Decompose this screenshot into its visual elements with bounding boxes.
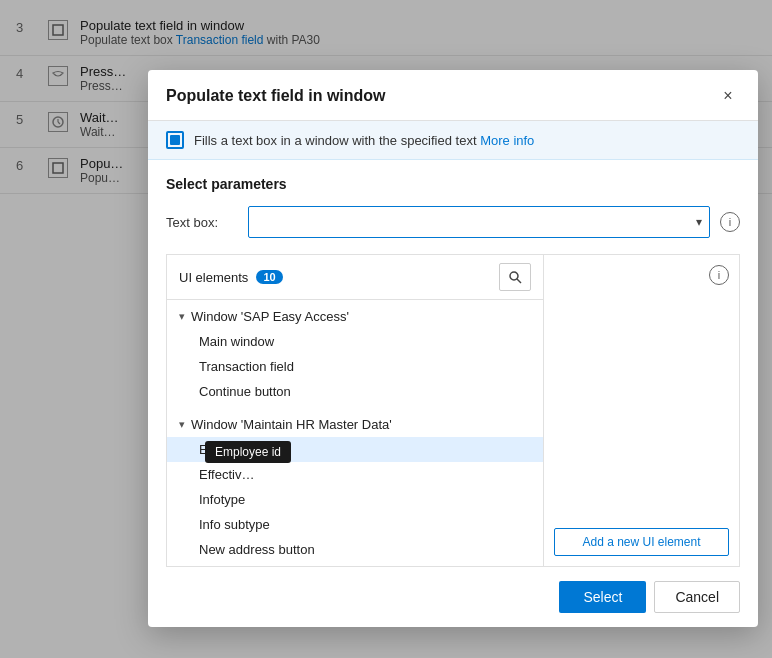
chevron-down-icon: ▾ bbox=[179, 418, 185, 431]
panel-info-icon: i bbox=[709, 265, 729, 285]
tree-group-label-sap: Window 'SAP Easy Access' bbox=[191, 309, 349, 324]
tree-item-effective[interactable]: Effectiv… bbox=[167, 462, 543, 487]
tree-group-hr: ▾ Window 'Maintain HR Master Data' Emplo… bbox=[167, 408, 543, 566]
tree-group-header-sap[interactable]: ▾ Window 'SAP Easy Access' bbox=[167, 304, 543, 329]
modal-footer: Select Cancel bbox=[148, 567, 758, 627]
section-title: Select parameters bbox=[166, 176, 740, 192]
panel-area: UI elements 10 ▾ Window 'SAP Easy Access… bbox=[166, 254, 740, 567]
search-button[interactable] bbox=[499, 263, 531, 291]
tree-item-infotype[interactable]: Infotype bbox=[167, 487, 543, 512]
textbox-select-wrapper: ▾ bbox=[248, 206, 710, 238]
info-icon: i bbox=[720, 212, 740, 232]
chevron-down-icon: ▾ bbox=[179, 310, 185, 323]
modal-dialog: Populate text field in window × Fills a … bbox=[148, 70, 758, 627]
ui-elements-panel: UI elements 10 ▾ Window 'SAP Easy Access… bbox=[167, 255, 544, 566]
info-banner: Fills a text box in a window with the sp… bbox=[148, 121, 758, 160]
ui-elements-label: UI elements bbox=[179, 270, 248, 285]
modal-header: Populate text field in window × bbox=[148, 70, 758, 121]
textbox-row: Text box: ▾ i bbox=[166, 206, 740, 238]
more-info-link[interactable]: More info bbox=[480, 133, 534, 148]
tree-item-continue-button[interactable]: Continue button bbox=[167, 379, 543, 404]
modal-title: Populate text field in window bbox=[166, 87, 386, 105]
textbox-label: Text box: bbox=[166, 215, 238, 230]
panel-right: i Add a new UI element bbox=[544, 255, 739, 566]
panel-left-header: UI elements 10 bbox=[167, 255, 543, 300]
close-button[interactable]: × bbox=[716, 84, 740, 108]
tree-item-info-subtype[interactable]: Info subtype bbox=[167, 512, 543, 537]
tree-group-header-hr[interactable]: ▾ Window 'Maintain HR Master Data' bbox=[167, 412, 543, 437]
textbox-select[interactable] bbox=[248, 206, 710, 238]
cancel-button[interactable]: Cancel bbox=[654, 581, 740, 613]
tree-item-employee-id[interactable]: Employee id Employee id bbox=[167, 437, 543, 462]
svg-rect-5 bbox=[170, 135, 180, 145]
tree-group-label-hr: Window 'Maintain HR Master Data' bbox=[191, 417, 392, 432]
tree-item-new-address-button[interactable]: New address button bbox=[167, 537, 543, 562]
info-banner-icon bbox=[166, 131, 184, 149]
select-button[interactable]: Select bbox=[559, 581, 646, 613]
info-banner-text: Fills a text box in a window with the sp… bbox=[194, 133, 534, 148]
svg-line-7 bbox=[517, 279, 521, 283]
ui-elements-badge: 10 bbox=[256, 270, 282, 284]
modal-body: Select parameters Text box: ▾ i bbox=[148, 160, 758, 238]
tree-group-sap: ▾ Window 'SAP Easy Access' Main window T… bbox=[167, 300, 543, 408]
add-ui-element-button[interactable]: Add a new UI element bbox=[554, 528, 729, 556]
tree-item-main-window[interactable]: Main window bbox=[167, 329, 543, 354]
svg-point-6 bbox=[510, 272, 518, 280]
employee-id-tooltip: Employee id bbox=[205, 441, 291, 463]
tree-item-transaction-field[interactable]: Transaction field bbox=[167, 354, 543, 379]
